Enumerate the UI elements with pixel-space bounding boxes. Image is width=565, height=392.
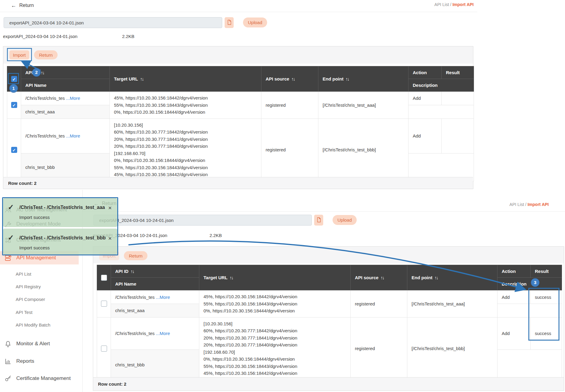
back-arrow-icon: ← <box>11 3 16 8</box>
sort-icon[interactable]: ↑↓ <box>291 76 295 81</box>
breadcrumb-api-list[interactable]: API List <box>434 2 449 7</box>
target-url-line: [192.168.60.70] <box>114 150 257 157</box>
api-source-cell: registered <box>351 290 407 318</box>
end-point-cell: [/ChrisTest/chris_test_bbb] <box>407 317 497 380</box>
sidebar-item-reports[interactable]: Reports <box>0 355 79 367</box>
close-icon[interactable]: ✕ <box>108 236 112 241</box>
sidebar-item-certificate-management[interactable]: Certificate Management <box>0 372 79 384</box>
col-api-id[interactable]: API ID↑↓ <box>111 265 199 278</box>
target-url-line: 55%, https://10.20.30.156:18443/dgrv4/ve… <box>204 300 346 308</box>
file-name-input[interactable] <box>93 215 312 226</box>
sort-icon[interactable]: ↑↓ <box>140 76 144 81</box>
toast-success-bbb: ✓ /ChrisTest - /ChrisTest/chris_test_bbb… <box>3 229 117 254</box>
more-link[interactable]: ...More <box>66 133 80 138</box>
button-band <box>3 46 473 64</box>
result-cell <box>442 119 474 153</box>
target-url-line: 55%, https://10.20.30.156:18443/dgrv4/ve… <box>114 102 257 109</box>
sort-icon[interactable]: ↑↓ <box>434 275 438 280</box>
target-url-line: [10.20.30.156] <box>114 122 257 129</box>
return-button[interactable]: Return <box>124 251 147 260</box>
select-all-checkbox[interactable] <box>101 275 107 281</box>
target-url-line: 0%, https://10.20.30.156:18444/dgrv4/ver… <box>114 109 257 116</box>
action-cell: Add <box>497 290 531 304</box>
col-action: Action <box>409 66 442 79</box>
sidebar-item-api-modify-batch[interactable]: API Modify Batch <box>16 320 50 329</box>
target-url-line: 45%, https://10.20.30.156:18442/dgrv4/ve… <box>204 370 346 377</box>
sidebar-item-label: API Management <box>16 255 56 261</box>
target-url-line: 60%, https://10.20.30.777:18442/dgrv4/ve… <box>114 128 257 136</box>
api-id-cell: /ChrisTest/chris_tes ...More <box>21 92 110 105</box>
sidebar-item-partial[interactable] <box>0 389 79 392</box>
sort-icon[interactable]: ↑↓ <box>230 275 233 280</box>
success-check-icon: ✓ <box>8 203 14 211</box>
col-api-source[interactable]: API source↑↓ <box>351 265 407 290</box>
row-select-cell: ✓ <box>7 119 21 181</box>
target-url-cell: [10.20.30.156]60%, https://10.20.30.777:… <box>110 119 261 181</box>
bell-icon <box>4 340 11 347</box>
row-checkbox[interactable]: ✓ <box>11 102 17 108</box>
close-icon[interactable]: ✕ <box>108 205 112 211</box>
upload-button[interactable]: Upload <box>243 17 267 27</box>
target-url-line: [192.168.60.70] <box>204 349 346 356</box>
success-check-icon: ✓ <box>8 233 14 242</box>
target-url-line: 55%, https://10.20.30.156:18443/dgrv4/ve… <box>114 164 257 171</box>
col-end-point[interactable]: End point↑↓ <box>318 66 409 92</box>
row-checkbox[interactable] <box>101 346 107 352</box>
sidebar-item-api-test[interactable]: API Test <box>16 308 33 317</box>
toast-message: Import success <box>19 215 50 220</box>
file-picker-button[interactable] <box>225 17 234 28</box>
row-checkbox[interactable] <box>101 301 107 307</box>
more-link[interactable]: ...More <box>156 295 170 300</box>
api-name-cell: chris_test_aaa <box>111 304 199 317</box>
row-checkbox[interactable]: ✓ <box>11 147 17 153</box>
table-footer: Row count: 2 <box>93 377 564 390</box>
sidebar-item-monitor-alert[interactable]: Monitor & Alert <box>0 338 79 350</box>
col-api-id[interactable]: API ID↑↓ <box>21 66 110 79</box>
col-action: Action <box>497 265 531 278</box>
sidebar-subitem-label: API Test <box>16 310 33 315</box>
toast-message: Import success <box>19 245 50 250</box>
toast-title: /ChrisTest - /ChrisTest/chris_test_bbb <box>19 235 106 241</box>
bar-chart-icon <box>4 358 11 365</box>
sort-icon[interactable]: ↑↓ <box>380 275 384 280</box>
breadcrumb-api-list[interactable]: API List <box>510 202 524 207</box>
return-button[interactable]: Return <box>34 50 58 59</box>
import-button[interactable]: Import <box>9 50 29 59</box>
panel-topbar: ← Return API List / Import API <box>83 190 565 212</box>
breadcrumb-separator: / <box>449 2 453 7</box>
uploaded-file-row: exportAPI_2024-03-04 10-24-01.json 2.2KB <box>93 233 559 238</box>
target-url-line: [10.20.30.156] <box>204 320 346 327</box>
select-all-checkbox[interactable]: ✓ <box>11 76 17 82</box>
row-count: Row count: 2 <box>8 181 36 186</box>
row-select-cell <box>97 290 111 318</box>
description-cell <box>497 304 562 317</box>
description-cell <box>409 105 474 119</box>
action-cell: Add <box>409 119 442 153</box>
file-name-input[interactable] <box>4 17 222 28</box>
sort-icon[interactable]: ↑↓ <box>131 269 134 274</box>
more-link[interactable]: ...More <box>156 331 170 336</box>
upload-button[interactable]: Upload <box>333 215 357 225</box>
sort-icon[interactable]: ↑↓ <box>41 70 44 75</box>
breadcrumb: API List / Import API <box>510 202 549 207</box>
target-url-line: 20%, https://10.20.30.777:18440/dgrv4/ve… <box>114 143 257 150</box>
col-api-name: API Name <box>21 79 110 92</box>
col-api-source[interactable]: API source↑↓ <box>261 66 318 92</box>
file-picker-button[interactable] <box>314 215 323 226</box>
action-cell: Add <box>497 317 531 350</box>
col-target-url[interactable]: Target URL↑↓ <box>199 265 351 290</box>
table-row: /ChrisTest/chris_tes ...More 45%, https:… <box>97 290 562 304</box>
button-band <box>93 247 564 263</box>
select-all-cell <box>97 265 111 290</box>
sidebar-item-api-registry[interactable]: API Registry <box>16 282 41 291</box>
return-link[interactable]: ← Return <box>11 3 34 8</box>
more-link[interactable]: ...More <box>66 96 80 101</box>
table-footer: Row count: 2 <box>3 177 473 189</box>
col-end-point[interactable]: End point↑↓ <box>407 265 497 290</box>
sort-icon[interactable]: ↑↓ <box>346 76 349 81</box>
sidebar-item-api-list[interactable]: API List <box>16 269 31 278</box>
breadcrumb-import-api: Import API <box>528 202 549 207</box>
col-target-url[interactable]: Target URL↑↓ <box>110 66 261 92</box>
sidebar-item-api-composer[interactable]: API Composer <box>16 295 45 304</box>
check-icon: ✓ <box>12 148 16 153</box>
